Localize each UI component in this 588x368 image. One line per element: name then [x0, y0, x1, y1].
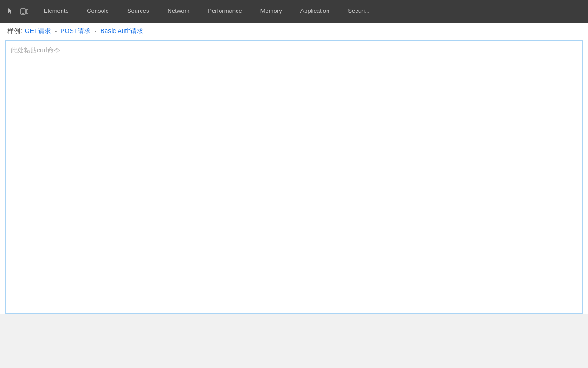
basic-auth-link[interactable]: Basic Auth请求 — [100, 27, 143, 35]
main-nav: Elements Console Sources Network Perform… — [34, 0, 379, 23]
tab-memory[interactable]: Memory — [251, 0, 291, 23]
curl-input[interactable] — [6, 41, 582, 311]
tab-network[interactable]: Network — [158, 0, 199, 23]
tab-elements[interactable]: Elements — [34, 0, 78, 23]
tab-sources[interactable]: Sources — [118, 0, 158, 23]
tab-security[interactable]: Securi... — [339, 0, 379, 23]
post-request-link[interactable]: POST请求 — [60, 27, 90, 35]
tab-console[interactable]: Console — [78, 0, 118, 23]
svg-rect-1 — [26, 10, 28, 13]
tab-application[interactable]: Application — [291, 0, 339, 23]
content-area: 样例: GET请求 - POST请求 - Basic Auth请求 — [0, 23, 588, 314]
separator-2: - — [94, 28, 96, 35]
separator-1: - — [55, 28, 57, 35]
cursor-icon[interactable] — [6, 6, 17, 17]
toolbar-icon-group — [2, 0, 34, 23]
get-request-link[interactable]: GET请求 — [25, 27, 51, 35]
example-label: 样例: — [7, 27, 22, 35]
curl-input-container — [5, 40, 583, 314]
devtools-toolbar: Elements Console Sources Network Perform… — [0, 0, 588, 23]
example-line: 样例: GET请求 - POST请求 - Basic Auth请求 — [0, 23, 588, 40]
tab-performance[interactable]: Performance — [198, 0, 251, 23]
device-toggle-icon[interactable] — [19, 6, 29, 17]
